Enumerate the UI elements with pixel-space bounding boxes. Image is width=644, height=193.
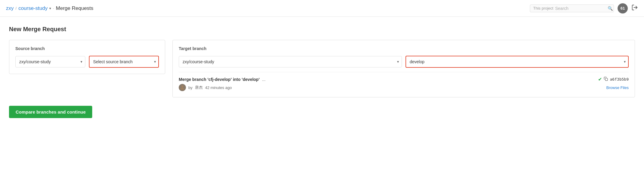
breadcrumb-separator-1: / [16, 6, 17, 10]
browse-files-link[interactable]: Browse Files [606, 85, 629, 90]
commit-dots[interactable]: ... [262, 77, 266, 82]
page-title: Merge Requests [56, 5, 93, 11]
svg-point-2 [181, 85, 184, 88]
breadcrumb-user-link[interactable]: zxy [6, 5, 14, 11]
target-selects-row: zxy/course-study ▾ develop ▾ [179, 56, 629, 68]
target-branch-panel: Target branch zxy/course-study ▾ develop… [172, 40, 635, 97]
search-icon: 🔍 [608, 6, 613, 11]
svg-rect-1 [606, 78, 608, 81]
source-selects-row: zxy/course-study ▾ Select source branch … [15, 56, 159, 68]
compare-button[interactable]: Compare branches and continue [9, 106, 92, 118]
panels-row: Source branch zxy/course-study ▾ Select … [9, 40, 635, 97]
breadcrumb-separator-2: · [53, 6, 54, 10]
commit-hash-row: ✔ a6f3b5b9 [598, 76, 629, 82]
header-right: This project 🔍 61 [530, 3, 638, 13]
breadcrumb: zxy / course-study ▾ · Merge Requests [6, 5, 93, 11]
notification-count: 61 [621, 6, 625, 10]
source-repo-select[interactable]: zxy/course-study [15, 56, 85, 67]
search-scope-label: This project [533, 6, 553, 10]
commit-row: Merge branch 'cfj-develop' into 'develop… [179, 76, 629, 82]
target-branch-select-wrapper: develop ▾ [406, 56, 629, 68]
check-icon: ✔ [598, 76, 602, 82]
search-input[interactable] [555, 6, 608, 11]
target-repo-select-wrapper: zxy/course-study ▾ [179, 56, 402, 67]
search-box[interactable]: This project 🔍 [530, 4, 614, 12]
target-panel-label: Target branch [179, 46, 629, 51]
breadcrumb-repo-link[interactable]: course-study [18, 5, 47, 11]
notification-badge[interactable]: 61 [618, 3, 628, 13]
page-heading: New Merge Request [9, 26, 635, 33]
source-panel-label: Source branch [15, 46, 159, 51]
source-branch-select[interactable]: Select source branch [89, 56, 159, 68]
avatar [179, 84, 186, 91]
commit-hash: a6f3b5b9 [610, 77, 629, 82]
header: zxy / course-study ▾ · Merge Requests Th… [0, 0, 644, 17]
copy-icon[interactable] [604, 77, 608, 82]
author-info: by 唐杰 42 minutes ago [179, 84, 232, 91]
source-branch-panel: Source branch zxy/course-study ▾ Select … [9, 40, 165, 74]
commit-author: 唐杰 [195, 85, 203, 90]
main-content: New Merge Request Source branch zxy/cour… [0, 17, 644, 130]
commit-time: 42 minutes ago [205, 85, 232, 90]
commit-message: Merge branch 'cfj-develop' into 'develop… [179, 77, 260, 82]
source-repo-select-wrapper: zxy/course-study ▾ [15, 56, 85, 67]
commit-author-row: by 唐杰 42 minutes ago Browse Files [179, 84, 629, 91]
source-branch-select-wrapper: Select source branch ▾ [89, 56, 159, 68]
commit-info: Merge branch 'cfj-develop' into 'develop… [179, 72, 629, 91]
commit-author-prefix: by [188, 85, 193, 90]
target-branch-select[interactable]: develop [406, 56, 629, 68]
sign-out-icon[interactable] [631, 4, 638, 12]
chevron-down-icon[interactable]: ▾ [49, 6, 51, 10]
commit-message-row: Merge branch 'cfj-develop' into 'develop… [179, 77, 598, 82]
target-repo-select[interactable]: zxy/course-study [179, 56, 402, 67]
